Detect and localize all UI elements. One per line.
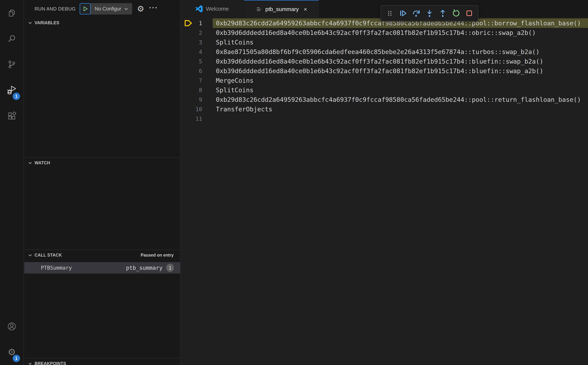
continue-button[interactable] (397, 7, 409, 19)
activity-item-run-and-debug[interactable]: 1 (0, 77, 24, 103)
code-line[interactable]: 9 0xb29d83c26cdd2a64959263abbcfc4a6937f0… (181, 95, 588, 104)
breakpoints-section-header[interactable]: BREAKPOINTS (24, 358, 180, 365)
close-icon[interactable]: × (304, 6, 307, 12)
run-and-debug-sidebar: RUN AND DEBUG No Configur ⚙ ··· VARIABLE… (24, 0, 180, 365)
code-text[interactable] (213, 114, 588, 124)
variables-section-title: VARIABLES (35, 21, 59, 25)
source-control-icon (7, 60, 17, 69)
line-number[interactable]: 9 (193, 95, 202, 104)
thread-count-badge: 1 (166, 264, 174, 272)
call-stack-session-row[interactable]: PTBSummary ptb_summary 1 (24, 262, 180, 274)
debug-config-dropdown[interactable]: No Configur (80, 3, 132, 14)
watch-section-header[interactable]: WATCH (24, 158, 180, 168)
step-over-icon (412, 9, 420, 17)
variables-section-header[interactable]: VARIABLES (24, 18, 180, 28)
code-text[interactable]: 0xb29d83c26cdd2a64959263abbcfc4a6937f0c9… (213, 95, 588, 104)
session-name: PTBSummary (41, 265, 72, 271)
code-text[interactable]: TransferObjects (213, 104, 588, 114)
paused-status-text: Paused on entry (141, 253, 174, 258)
files-icon (7, 8, 17, 18)
continue-icon (399, 9, 407, 17)
call-stack-section-header[interactable]: CALL STACK Paused on entry (24, 250, 180, 260)
chevron-down-icon (28, 253, 32, 257)
stop-button[interactable] (463, 7, 475, 19)
code-line[interactable]: 5 0xb39d6dddedd16ed8a40ce0b1e6b43c92acf0… (181, 56, 588, 66)
chevron-down-icon (124, 7, 128, 11)
debug-toolbar (381, 5, 478, 21)
line-number[interactable]: 11 (193, 114, 202, 124)
extensions-icon (7, 111, 17, 120)
activity-item-extensions[interactable] (0, 103, 24, 129)
line-number[interactable]: 8 (193, 85, 202, 95)
code-text[interactable]: MergeCoins (213, 76, 588, 85)
code-line[interactable]: 2 0xb39d6dddedd16ed8a40ce0b1e6b43c92acf0… (181, 28, 588, 37)
code-line[interactable]: 11 (181, 114, 588, 124)
activity-item-source-control[interactable] (0, 51, 24, 77)
debug-current-line-arrow-icon (184, 19, 193, 27)
restart-icon (452, 9, 460, 17)
breakpoints-section: BREAKPOINTS (24, 358, 180, 365)
grip-icon (386, 9, 394, 17)
step-out-button[interactable] (437, 7, 449, 19)
activity-item-explorer[interactable] (0, 0, 24, 26)
line-number[interactable]: 5 (193, 56, 202, 66)
call-stack-section: CALL STACK Paused on entry PTBSummary pt… (24, 250, 180, 358)
vscode-logo-icon (196, 5, 203, 12)
code-text[interactable]: 0x8ae871505a80d8bf6bf9c05906cda6edfeea46… (213, 47, 588, 56)
step-into-button[interactable] (424, 7, 435, 19)
account-icon (7, 322, 17, 331)
code-text[interactable]: 0xb39d6dddedd16ed8a40ce0b1e6b43c92acf0ff… (213, 66, 588, 76)
watch-section-title: WATCH (35, 161, 50, 165)
code-text[interactable]: SplitCoins (213, 37, 588, 47)
list-icon (256, 6, 262, 12)
restart-button[interactable] (450, 7, 462, 19)
line-number[interactable]: 10 (193, 104, 202, 114)
stop-icon (465, 9, 474, 17)
play-icon (82, 5, 89, 12)
activity-item-settings[interactable]: ⚙ 1 (0, 339, 24, 365)
watch-section: WATCH (24, 157, 180, 250)
code-line[interactable]: 7 MergeCoins (181, 76, 588, 85)
line-number[interactable]: 2 (193, 28, 202, 37)
debug-badge: 1 (13, 93, 20, 100)
code-area: 1 0xb29d83c26cdd2a64959263abbcfc4a6937f0… (181, 18, 588, 124)
line-number[interactable]: 1 (193, 18, 202, 28)
activity-item-accounts[interactable] (0, 314, 24, 339)
settings-badge: 1 (13, 355, 20, 362)
code-text[interactable]: SplitCoins (213, 85, 588, 95)
code-line[interactable]: 3 SplitCoins (181, 37, 588, 47)
code-line[interactable]: 4 0x8ae871505a80d8bf6bf9c05906cda6edfeea… (181, 47, 588, 56)
tab-label: ptb_summary (265, 6, 299, 12)
tab-welcome[interactable]: Welcome (181, 0, 244, 18)
call-stack-section-title: CALL STACK (35, 253, 62, 258)
code-line[interactable]: 8 SplitCoins (181, 85, 588, 95)
activity-item-search[interactable] (0, 26, 24, 51)
line-number[interactable]: 3 (193, 37, 202, 47)
editor-group: Welcome ptb_summary × 1 0xb29d83c26cdd2a… (180, 0, 588, 365)
breakpoints-section-title: BREAKPOINTS (35, 361, 66, 365)
debug-settings-gear-icon[interactable]: ⚙ (137, 5, 144, 13)
line-number[interactable]: 7 (193, 76, 202, 85)
code-line[interactable]: 10 TransferObjects (181, 104, 588, 114)
chevron-down-icon (28, 21, 32, 25)
code-text[interactable]: 0xb39d6dddedd16ed8a40ce0b1e6b43c92acf0ff… (213, 28, 588, 37)
step-out-icon (439, 9, 447, 17)
toolbar-drag-handle[interactable] (384, 7, 396, 19)
search-icon (7, 34, 17, 43)
line-number[interactable]: 4 (193, 47, 202, 56)
code-text[interactable]: 0xb39d6dddedd16ed8a40ce0b1e6b43c92acf0ff… (213, 56, 588, 66)
more-actions-icon[interactable]: ··· (149, 4, 158, 14)
tab-ptb-summary[interactable]: ptb_summary × (244, 0, 319, 18)
code-line[interactable]: 6 0xb39d6dddedd16ed8a40ce0b1e6b43c92acf0… (181, 66, 588, 76)
activity-bar: 1 ⚙ 1 (0, 0, 24, 365)
step-over-button[interactable] (410, 7, 422, 19)
chevron-down-icon (28, 161, 32, 165)
sidebar-title: RUN AND DEBUG (35, 6, 76, 12)
line-number[interactable]: 6 (193, 66, 202, 76)
variables-section: VARIABLES (24, 18, 180, 157)
debug-config-label: No Configur (95, 6, 121, 12)
chevron-down-icon (28, 361, 32, 365)
sidebar-header: RUN AND DEBUG No Configur ⚙ ··· (24, 0, 180, 18)
tab-label: Welcome (206, 6, 229, 12)
start-debugging-button[interactable] (80, 3, 91, 14)
